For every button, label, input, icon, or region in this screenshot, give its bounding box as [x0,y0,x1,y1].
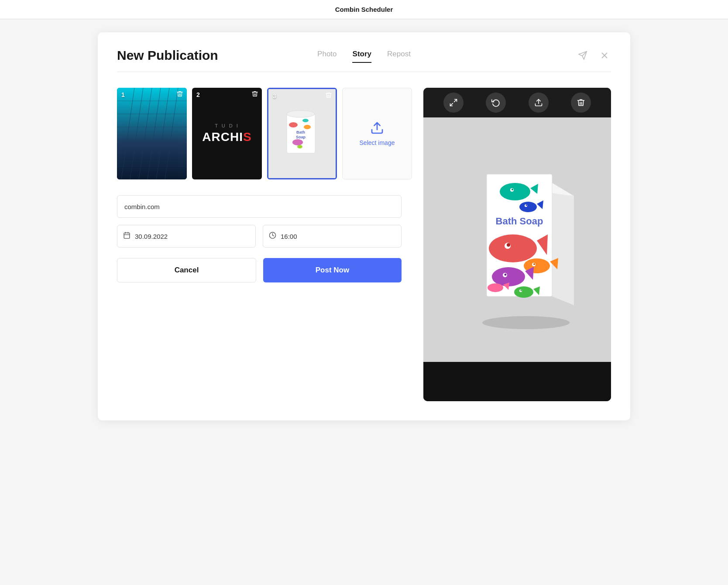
svg-line-32 [454,100,457,102]
select-image-button[interactable]: Select image [342,88,412,179]
svg-point-18 [287,110,315,117]
thumbnail-1[interactable]: 1 [117,88,187,179]
cancel-button[interactable]: Cancel [117,258,256,282]
thumbnails-row: 1 [117,88,402,179]
thumb-number-1: 1 [121,91,125,98]
tab-repost[interactable]: Repost [387,50,411,63]
svg-point-46 [489,234,537,262]
close-icon-button[interactable] [598,49,611,62]
soap-preview-svg: Bath Soap [452,148,583,331]
delete-icon-1 [176,90,183,97]
svg-line-33 [450,103,453,106]
svg-point-57 [505,274,507,276]
url-input[interactable] [117,195,402,218]
left-column: 1 [117,88,402,401]
thumb-number-3: 3 [273,93,276,100]
thumb-number-2: 2 [196,91,200,98]
panel-actions [576,49,611,62]
publication-panel: New Publication Photo Story Repost [98,32,630,420]
preview-image-area: Bath Soap [423,117,611,362]
time-field-wrap [263,225,402,248]
preview-bottom-bar [423,362,611,401]
svg-point-58 [514,286,533,298]
svg-point-21 [289,122,298,127]
tab-story[interactable]: Story [353,50,371,63]
arch-illustration [117,88,187,179]
svg-point-24 [302,119,309,122]
tab-photo[interactable]: Photo [317,50,337,63]
upload-icon [370,121,384,135]
share-icon [534,98,543,107]
thumb-soap-bg: Bath Soap [268,89,336,178]
svg-point-61 [521,290,522,291]
svg-point-49 [507,243,510,247]
post-now-button[interactable]: Post Now [263,258,402,282]
thumbnail-2[interactable]: 2 T U D I ARCHIS [192,88,262,179]
clock-icon [269,232,276,241]
send-icon-button[interactable] [576,49,589,62]
thumb-delete-3[interactable] [325,92,332,100]
svg-point-41 [519,202,537,212]
thumb-arch-bg [117,88,187,179]
header-divider [117,72,611,72]
expand-button[interactable] [443,93,464,113]
svg-point-40 [512,189,513,190]
rotate-button[interactable] [486,93,506,113]
thumb-delete-1[interactable] [176,90,183,99]
soap-thumb-svg: Bath Soap [280,105,324,162]
svg-point-44 [526,205,527,206]
datetime-row [117,225,402,248]
svg-point-53 [533,263,535,265]
tab-bar: Photo Story Repost [317,50,411,63]
time-input[interactable] [263,225,402,248]
action-buttons: Cancel Post Now [117,258,402,282]
svg-point-35 [482,316,570,329]
svg-point-37 [500,183,530,200]
svg-point-62 [488,283,503,292]
delete-icon-2 [251,90,258,97]
svg-point-23 [292,139,303,145]
thumb-black-text: T U D I ARCHIS [202,123,251,144]
panel-body: 1 [117,88,611,401]
svg-text:Soap: Soap [296,135,306,139]
svg-rect-27 [124,233,130,238]
expand-icon [449,98,458,107]
preview-toolbar [423,88,611,117]
delete-preview-button[interactable] [571,93,591,113]
share-button[interactable] [529,93,549,113]
thumb-black-bg: T U D I ARCHIS [192,88,262,179]
send-icon [578,51,587,60]
main-area: New Publication Photo Story Repost [0,19,728,585]
svg-text:Bath: Bath [296,130,305,134]
svg-point-25 [297,145,302,148]
svg-text:Bath Soap: Bath Soap [496,216,543,227]
trash-icon [577,98,585,107]
calendar-icon [123,232,130,241]
close-icon [600,51,609,60]
url-form-group [117,195,402,218]
app-title: Combin Scheduler [335,6,393,13]
svg-point-22 [304,125,311,129]
thumb-delete-2[interactable] [251,90,258,99]
thumbnail-3[interactable]: 3 [267,88,337,179]
preview-panel: Bath Soap [423,88,611,401]
date-field-wrap [117,225,256,248]
panel-header: New Publication Photo Story Repost [117,48,611,63]
date-input[interactable] [117,225,256,248]
rotate-icon [491,98,500,107]
delete-icon-3 [325,92,332,99]
select-image-label: Select image [360,139,395,146]
right-column: Bath Soap [423,88,611,401]
topbar: Combin Scheduler [0,0,728,19]
